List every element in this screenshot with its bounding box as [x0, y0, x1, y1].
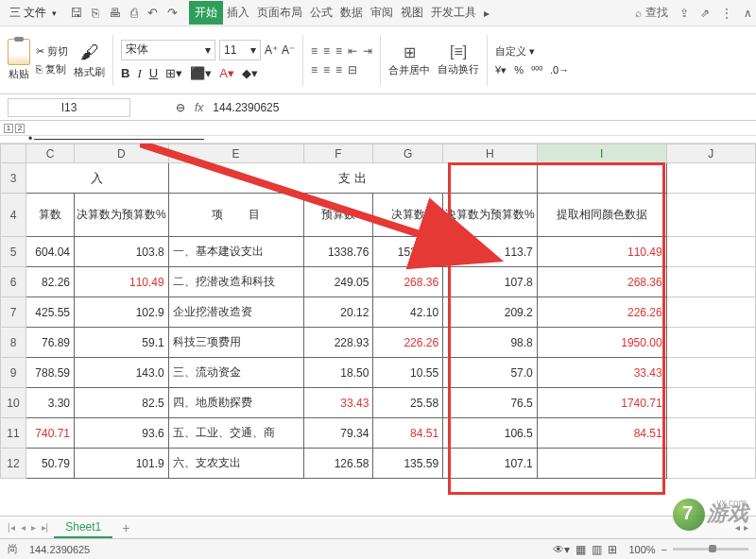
- cell[interactable]: 决算数为预算数%: [75, 194, 169, 237]
- tab-view[interactable]: 视图: [397, 1, 427, 25]
- highlight-button[interactable]: ◆▾: [242, 66, 258, 80]
- cell[interactable]: 126.58: [303, 449, 373, 479]
- wrap-text-button[interactable]: [≡] 自动换行: [438, 43, 479, 76]
- align-top-icon[interactable]: ≡: [311, 44, 318, 58]
- border-button[interactable]: ⊞▾: [165, 66, 182, 80]
- shrink-font-icon[interactable]: A⁻: [282, 43, 295, 57]
- col-header[interactable]: D: [75, 144, 169, 163]
- cell[interactable]: 740.71: [26, 418, 75, 449]
- cell[interactable]: 101.9: [75, 449, 169, 479]
- view-normal-icon[interactable]: ▦: [576, 543, 586, 556]
- row-header[interactable]: 11: [1, 418, 26, 449]
- row-header[interactable]: 9: [1, 358, 26, 388]
- cell[interactable]: 1740.71: [537, 388, 666, 418]
- cell[interactable]: 3.30: [26, 388, 75, 418]
- cell[interactable]: 102.9: [75, 297, 169, 328]
- search-box[interactable]: ⌕ 查找: [635, 5, 668, 21]
- sheet-nav-next[interactable]: ▸: [31, 522, 36, 533]
- zoom-value[interactable]: 100%: [628, 544, 655, 555]
- font-name-select[interactable]: 宋体▾: [121, 40, 215, 60]
- cell[interactable]: 三、流动资金: [168, 358, 303, 388]
- spreadsheet-grid[interactable]: C D E F G H I J 3 入 支 出 4 算数 决算数为预算数% 项: [0, 144, 756, 479]
- zoom-slider[interactable]: [673, 548, 748, 551]
- cell[interactable]: 18.50: [303, 358, 373, 388]
- cell[interactable]: 59.1: [75, 328, 169, 358]
- copy-button[interactable]: ⎘复制: [36, 62, 68, 76]
- comma-button[interactable]: ⁰⁰⁰: [531, 64, 542, 76]
- cancel-icon[interactable]: ⊖: [176, 101, 185, 114]
- share-icon[interactable]: ⇗: [700, 7, 710, 20]
- cell[interactable]: 20.12: [303, 297, 373, 328]
- cell[interactable]: 42.10: [373, 297, 443, 328]
- cell[interactable]: 项 目: [168, 194, 303, 237]
- align-right-icon[interactable]: ≡: [335, 63, 342, 76]
- row-header[interactable]: 8: [1, 328, 26, 358]
- file-menu[interactable]: 三 文件: [4, 3, 62, 23]
- cell[interactable]: 25.58: [373, 388, 443, 418]
- cell[interactable]: 268.36: [373, 267, 443, 297]
- cell[interactable]: 425.55: [26, 297, 75, 328]
- zoom-out-button[interactable]: −: [662, 544, 667, 555]
- underline-button[interactable]: U: [149, 66, 158, 80]
- qat-redo-icon[interactable]: ↷: [167, 6, 178, 20]
- align-middle-icon[interactable]: ≡: [323, 44, 330, 58]
- cell[interactable]: 决算数: [373, 194, 443, 237]
- col-header[interactable]: C: [26, 144, 75, 163]
- cell[interactable]: 50.79: [26, 449, 75, 479]
- bold-button[interactable]: B: [121, 66, 129, 80]
- cell[interactable]: [666, 418, 755, 449]
- cell[interactable]: 79.34: [303, 418, 373, 449]
- row-header[interactable]: 5: [1, 237, 26, 267]
- cell[interactable]: 106.5: [443, 418, 538, 449]
- cell[interactable]: 110.49: [75, 267, 169, 297]
- qat-print-icon[interactable]: 🖶: [109, 6, 121, 20]
- cell[interactable]: [666, 237, 755, 267]
- cell[interactable]: 一、基本建设支出: [168, 237, 303, 267]
- name-box[interactable]: I13: [8, 98, 130, 117]
- cell[interactable]: 1338.76: [303, 237, 373, 267]
- row-header[interactable]: 12: [1, 449, 26, 479]
- cell[interactable]: [666, 388, 755, 418]
- cell[interactable]: 98.8: [443, 328, 538, 358]
- cell[interactable]: 82.5: [75, 388, 169, 418]
- align-bottom-icon[interactable]: ≡: [335, 44, 342, 58]
- align-left-icon[interactable]: ≡: [311, 63, 318, 76]
- cell[interactable]: 93.6: [75, 418, 169, 449]
- tab-layout[interactable]: 页面布局: [253, 1, 306, 25]
- qat-undo-icon[interactable]: ↶: [147, 6, 158, 20]
- cloud-icon[interactable]: ⇪: [679, 7, 689, 20]
- tab-data[interactable]: 数据: [336, 1, 367, 25]
- cell[interactable]: 57.0: [443, 358, 538, 388]
- add-sheet-button[interactable]: +: [122, 520, 129, 535]
- row-header[interactable]: 4: [1, 194, 26, 237]
- cell[interactable]: [666, 328, 755, 358]
- cell[interactable]: [666, 194, 755, 237]
- cell[interactable]: 算数: [26, 194, 75, 237]
- row-header[interactable]: 3: [1, 163, 26, 194]
- qat-icon[interactable]: ⎘: [92, 6, 99, 20]
- view-break-icon[interactable]: ⊞: [608, 543, 617, 556]
- align-center-icon[interactable]: ≡: [323, 63, 330, 76]
- cell[interactable]: 决算数为预算数%: [443, 194, 538, 237]
- merge-center-button[interactable]: ⊞ 合并居中: [388, 43, 430, 77]
- percent-button[interactable]: %: [514, 64, 524, 76]
- formula-bar[interactable]: 144.2390625: [213, 101, 279, 114]
- cell[interactable]: 788.59: [26, 358, 75, 388]
- tabs-more[interactable]: ▸: [484, 7, 490, 20]
- tab-home[interactable]: 开始: [189, 1, 223, 25]
- cell[interactable]: 10.55: [373, 358, 443, 388]
- currency-button[interactable]: ¥▾: [495, 64, 507, 76]
- sheet-nav-prev[interactable]: ◂: [21, 522, 26, 533]
- cell[interactable]: 76.89: [26, 328, 75, 358]
- cell[interactable]: [537, 449, 666, 479]
- paste-button[interactable]: 粘贴: [8, 39, 30, 81]
- hscroll-right[interactable]: ▸: [744, 522, 748, 533]
- tab-dev[interactable]: 开发工具: [427, 1, 480, 25]
- cell[interactable]: 268.36: [537, 267, 666, 297]
- sheet-nav-first[interactable]: |◂: [8, 522, 15, 533]
- cell[interactable]: [666, 358, 755, 388]
- decimal-inc-icon[interactable]: .0→: [550, 64, 569, 76]
- more-icon[interactable]: ⋮: [721, 7, 732, 20]
- cell[interactable]: 六、支农支出: [168, 449, 303, 479]
- view-eye-icon[interactable]: 👁▾: [553, 543, 570, 556]
